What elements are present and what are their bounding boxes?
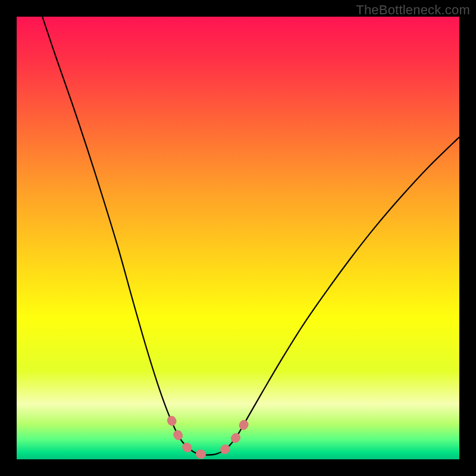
watermark-text: TheBottleneck.com — [356, 2, 470, 18]
chart-background — [17, 17, 459, 459]
chart-frame: TheBottleneck.com — [0, 0, 476, 476]
bottleneck-chart — [17, 17, 459, 459]
chart-plot-area — [17, 17, 459, 459]
